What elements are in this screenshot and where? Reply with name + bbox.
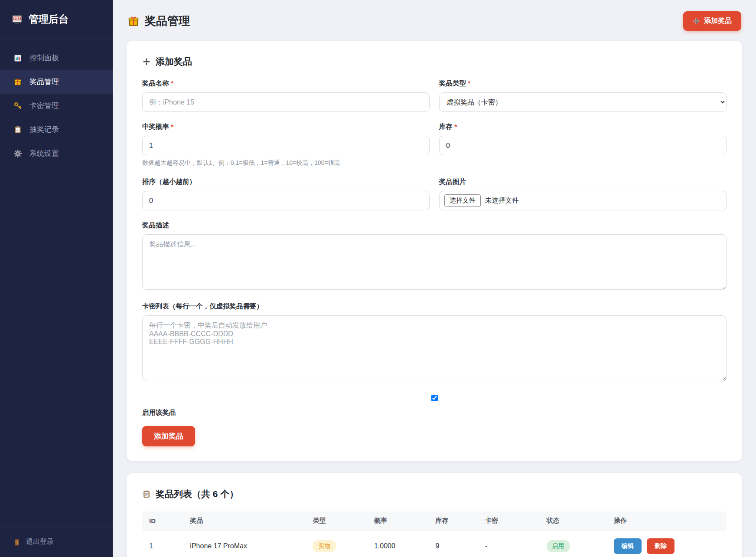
sidebar-item-label: 奖品管理: [29, 77, 59, 87]
enable-checkbox[interactable]: [431, 395, 438, 401]
field-stock: 库存 *: [439, 122, 727, 167]
prize-type-label-text: 奖品类型: [439, 79, 466, 87]
field-sort: 排序（越小越前）: [142, 177, 430, 210]
field-card-list: 卡密列表（每行一个，仅虚拟奖品需要）: [142, 302, 727, 383]
app-logo: 777 管理后台: [0, 0, 113, 39]
form-heading-text: 添加奖品: [156, 56, 192, 68]
sidebar-item-label: 卡密管理: [29, 101, 59, 111]
logout-label: 退出登录: [26, 537, 54, 547]
sidebar-nav: 控制面板 奖品管理 卡密管理 抽奖记录 系统设置: [0, 39, 113, 527]
edit-button[interactable]: 编辑: [614, 538, 642, 554]
stock-label: 库存 *: [439, 122, 727, 131]
prize-type-select[interactable]: 虚拟奖品（卡密）: [439, 92, 727, 112]
plus-icon: [693, 17, 700, 25]
cell-cards: -: [478, 531, 540, 557]
probability-label-text: 中奖概率: [142, 123, 169, 130]
column-header: 状态: [540, 511, 607, 531]
description-textarea[interactable]: [142, 234, 727, 290]
slot-machine-icon: 777: [11, 13, 23, 25]
field-prize-type: 奖品类型 * 虚拟奖品（卡密）: [439, 79, 727, 112]
sidebar-item-label: 系统设置: [29, 148, 59, 158]
prize-name-label-text: 奖品名称: [142, 79, 169, 87]
page-title: 奖品管理: [127, 13, 190, 29]
column-header: 库存: [429, 511, 479, 531]
door-icon: [13, 538, 21, 546]
column-header: 卡密: [478, 511, 540, 531]
field-prize-name: 奖品名称 *: [142, 79, 430, 112]
add-prize-header-label: 添加奖品: [704, 16, 732, 26]
sidebar-item-prizes[interactable]: 奖品管理: [0, 70, 113, 94]
sidebar-item-dashboard[interactable]: 控制面板: [0, 46, 113, 70]
page-header: 奖品管理 添加奖品: [127, 0, 742, 41]
form-heading: 添加奖品: [142, 56, 727, 68]
prize-image-input[interactable]: 选择文件 未选择文件: [439, 191, 727, 210]
enable-checkbox-wrap: [142, 393, 727, 403]
column-header: 奖品: [183, 511, 306, 531]
required-asterisk: *: [468, 79, 470, 87]
choose-file-button[interactable]: 选择文件: [444, 194, 481, 207]
field-image: 奖品图片 选择文件 未选择文件: [439, 177, 727, 210]
table-row: 1 iPhone 17 ProMax 实物 1.0000 9 - 启用 编辑 删…: [142, 531, 727, 557]
delete-button[interactable]: 删除: [647, 538, 675, 554]
required-asterisk: *: [454, 123, 457, 130]
add-prize-header-button[interactable]: 添加奖品: [683, 11, 741, 31]
prize-name-input[interactable]: [142, 92, 430, 112]
gift-icon: [13, 78, 23, 86]
cell-actions: 编辑 删除: [607, 531, 727, 557]
chart-icon: [13, 54, 23, 62]
status-badge: 启用: [547, 540, 570, 552]
column-header: 操作: [607, 511, 727, 531]
sidebar-item-cards[interactable]: 卡密管理: [0, 94, 113, 118]
page-title-text: 奖品管理: [145, 13, 190, 29]
prize-type-label: 奖品类型 *: [439, 79, 727, 88]
prize-name-label: 奖品名称 *: [142, 79, 430, 88]
sidebar-item-settings[interactable]: 系统设置: [0, 141, 113, 165]
cell-stock: 9: [429, 531, 479, 557]
sidebar-item-label: 抽奖记录: [29, 125, 59, 134]
column-header: ID: [142, 511, 183, 531]
sidebar: 777 管理后台 控制面板 奖品管理 卡密管理 抽奖记录 系统设置 退出登录: [0, 0, 113, 557]
sidebar-item-label: 控制面板: [29, 53, 59, 63]
gift-icon: [127, 15, 140, 27]
required-asterisk: *: [171, 123, 173, 130]
list-heading-text: 奖品列表（共 6 个）: [156, 488, 238, 500]
app-title: 管理后台: [29, 13, 68, 26]
cell-id: 1: [142, 531, 183, 557]
sort-input[interactable]: [142, 191, 430, 210]
image-label: 奖品图片: [439, 177, 727, 187]
stock-label-text: 库存: [439, 123, 453, 130]
sort-label: 排序（越小越前）: [142, 177, 430, 187]
table-header-row: ID奖品类型概率库存卡密状态操作: [142, 511, 727, 531]
card-list-label: 卡密列表（每行一个，仅虚拟奖品需要）: [142, 302, 727, 311]
clipboard-icon: [13, 125, 23, 134]
card-list-textarea[interactable]: [142, 315, 727, 381]
logout-button[interactable]: 退出登录: [0, 527, 113, 557]
field-probability: 中奖概率 * 数值越大越容易中，默认1。例：0.1=极低，1=普通，10=较高，…: [142, 122, 430, 167]
add-prize-form: 奖品名称 * 奖品类型 * 虚拟奖品（卡密） 中奖概率 *: [142, 79, 727, 446]
column-header: 概率: [367, 511, 429, 531]
clipboard-icon: [142, 490, 151, 498]
field-enabled: 启用该奖品 添加奖品: [142, 393, 727, 446]
type-badge: 实物: [313, 540, 336, 552]
prize-list-card: 奖品列表（共 6 个） ID奖品类型概率库存卡密状态操作 1 iPhone 17…: [127, 473, 742, 557]
gear-icon: [13, 149, 23, 158]
description-label: 奖品描述: [142, 221, 727, 230]
plus-icon: [142, 57, 151, 66]
enable-label: 启用该奖品: [142, 408, 727, 417]
cell-type: 实物: [306, 531, 367, 557]
prize-table-body: 1 iPhone 17 ProMax 实物 1.0000 9 - 启用 编辑 删…: [142, 531, 727, 557]
required-asterisk: *: [171, 79, 173, 87]
submit-add-prize-button[interactable]: 添加奖品: [142, 426, 195, 446]
key-icon: [13, 102, 23, 110]
sidebar-item-records[interactable]: 抽奖记录: [0, 118, 113, 141]
main-content: 奖品管理 添加奖品 添加奖品 奖品名称 * 奖品类型 *: [113, 0, 756, 557]
probability-label: 中奖概率 *: [142, 122, 430, 131]
cell-probability: 1.0000: [367, 531, 429, 557]
field-description: 奖品描述: [142, 221, 727, 292]
probability-input[interactable]: [142, 136, 430, 155]
list-heading: 奖品列表（共 6 个）: [142, 488, 727, 500]
cell-prize-name: iPhone 17 ProMax: [183, 531, 306, 557]
prize-table: ID奖品类型概率库存卡密状态操作 1 iPhone 17 ProMax 实物 1…: [142, 511, 727, 557]
stock-input[interactable]: [439, 136, 727, 155]
probability-hint: 数值越大越容易中，默认1。例：0.1=极低，1=普通，10=较高，100=很高: [142, 159, 430, 167]
